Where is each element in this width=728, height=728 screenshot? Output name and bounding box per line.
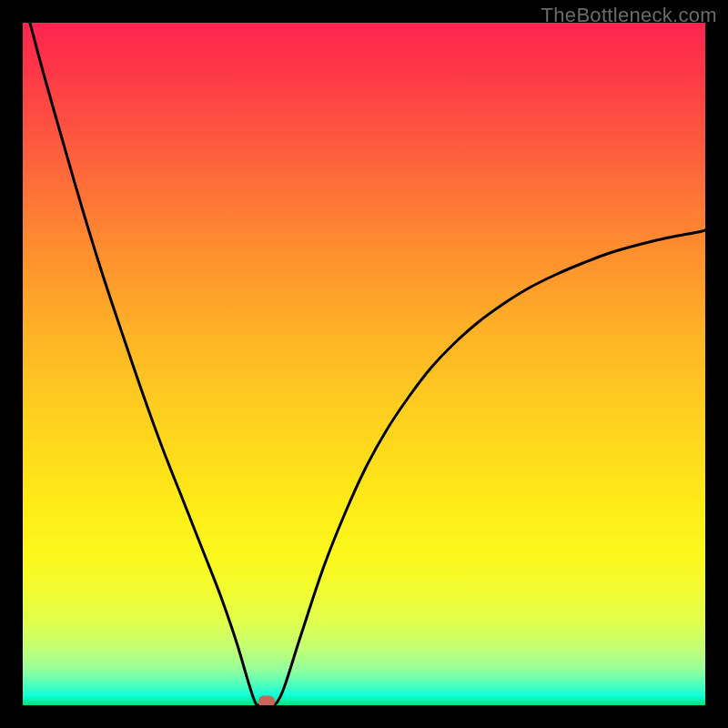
- chart-frame: TheBottleneck.com: [0, 0, 728, 728]
- curve-svg: [23, 23, 705, 705]
- plot-area: [23, 23, 705, 705]
- bottleneck-curve: [23, 23, 705, 705]
- optimal-point-marker: [258, 696, 275, 706]
